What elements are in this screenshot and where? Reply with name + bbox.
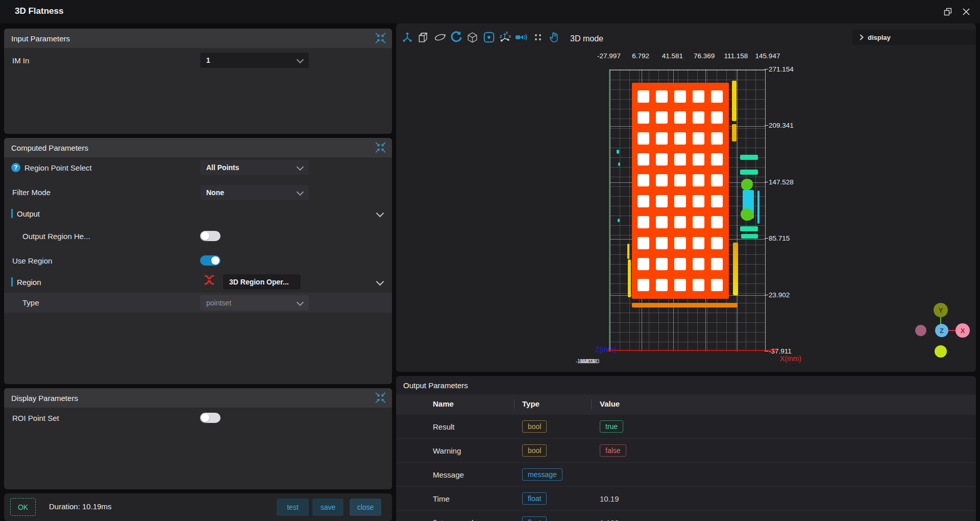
test-button[interactable]: test: [277, 499, 309, 516]
use-region-toggle[interactable]: [200, 255, 220, 266]
drag-handle-icon[interactable]: [531, 31, 545, 44]
section-title: Computed Parameters: [11, 144, 88, 152]
orbit-rotate-icon[interactable]: [433, 31, 447, 44]
chevron-down-icon[interactable]: [376, 278, 384, 286]
tray-pocket: [638, 111, 649, 124]
help-icon[interactable]: ?: [11, 163, 20, 172]
tray-pocket: [693, 132, 704, 145]
table-row: Messagemessage: [396, 463, 976, 487]
output-region-he-toggle[interactable]: [200, 231, 220, 241]
value-badge: false: [600, 444, 626, 457]
type-dropdown[interactable]: pointset: [200, 295, 309, 311]
chevron-right-icon: [857, 34, 863, 40]
region-point-select-value: All Points: [206, 163, 239, 172]
reset-view-icon[interactable]: [449, 31, 463, 44]
x-tick-label: 76.369: [694, 52, 715, 60]
tray-pocket: [693, 174, 704, 186]
param-name: Time: [433, 494, 450, 503]
x-tick-label: -27.997: [597, 52, 621, 60]
yellow-bar: [733, 243, 738, 295]
gizmo-y-ball[interactable]: Y: [934, 303, 948, 317]
axis-orientation-icon[interactable]: YXZ: [498, 31, 512, 44]
display-parameters-section: Display Parameters ↘↙↗↖ ROI Point Set: [4, 388, 392, 489]
save-button[interactable]: save: [312, 499, 344, 516]
pan-hand-icon[interactable]: [547, 31, 561, 44]
tray-pocket: [674, 237, 686, 249]
gizmo-ball[interactable]: [935, 345, 947, 358]
param-name: flatness_value: [433, 518, 482, 521]
point-speck: [617, 150, 619, 154]
display-panel-header[interactable]: display: [852, 30, 976, 45]
y-tick-label: -37.911: [765, 347, 792, 355]
region-point-select-dropdown[interactable]: All Points: [200, 160, 309, 175]
tray-pocket: [711, 90, 723, 103]
axes-3d-icon[interactable]: [400, 31, 414, 44]
region-point-select-label: Region Point Select: [24, 163, 92, 172]
tray-pocket: [711, 174, 723, 186]
table-row: Timefloat10.19: [396, 487, 976, 511]
computed-parameters-header: Computed Parameters ↘↙↗↖: [4, 138, 392, 157]
chevron-down-icon: [297, 163, 304, 171]
filter-mode-dropdown[interactable]: None: [200, 185, 309, 200]
title-bar: 3D Flatness: [0, 0, 980, 23]
bounding-box-icon[interactable]: [465, 31, 479, 44]
table-row: Warningboolfalse: [396, 439, 976, 463]
green-bar: [740, 226, 758, 231]
svg-text:X: X: [508, 35, 511, 38]
tray-pocket: [638, 132, 649, 145]
yellow-bar: [628, 259, 631, 297]
tray-pocket: [693, 279, 704, 291]
region-operation-dropdown[interactable]: 3D Region Oper...: [223, 274, 301, 290]
output-region-he-label: Output Region He...: [22, 232, 90, 241]
green-bar: [741, 234, 758, 239]
collapse-section-icon[interactable]: ↘↙↗↖: [375, 391, 387, 404]
param-value: 1.123: [600, 518, 619, 521]
tray-pocket: [674, 174, 686, 186]
gizmo-ball[interactable]: [915, 325, 926, 336]
chevron-down-icon[interactable]: [376, 209, 384, 218]
input-parameters-section: Input Parameters ↘↙↗↖ IM In 1: [4, 29, 392, 134]
status-badge: OK: [10, 498, 36, 516]
tray-pocket: [656, 90, 668, 103]
toggle-knob: [201, 414, 209, 422]
collapse-section-icon[interactable]: ↘↙↗↖: [375, 140, 387, 154]
toggle-knob: [211, 256, 219, 265]
broken-link-icon: [203, 274, 215, 288]
tray-pocket: [693, 237, 704, 249]
viewer-toolbar: YXZ: [400, 29, 561, 46]
focus-center-icon[interactable]: [482, 31, 496, 44]
x-tick-label: 6.792: [632, 52, 649, 60]
tray-pocket: [638, 174, 649, 186]
tray-pocket: [656, 195, 668, 207]
group-accent-bar: [11, 277, 13, 287]
view-cube-icon[interactable]: [416, 31, 430, 44]
chevron-down-icon: [297, 56, 304, 63]
region-operation-value: 3D Region Oper...: [229, 278, 289, 286]
column-value: Value: [600, 399, 620, 408]
output-parameters-header: Output Parameters: [396, 376, 976, 394]
x-axis-tick-labels: -27.9976.79241.58176.369111.158145.947: [609, 52, 772, 61]
restore-window-icon[interactable]: [941, 6, 954, 18]
output-parameters-section: Output Parameters Name Type Value Result…: [396, 376, 976, 521]
type-label: Type: [22, 298, 39, 307]
tray-pocket: [711, 132, 723, 145]
use-region-label: Use Region: [12, 256, 52, 265]
im-in-dropdown[interactable]: 1: [200, 53, 309, 68]
camera-projection-icon[interactable]: [514, 31, 528, 44]
gizmo-x-ball[interactable]: X: [955, 323, 970, 338]
collapse-section-icon[interactable]: ↘↙↗↖: [375, 31, 387, 44]
tray-pocket: [674, 279, 686, 291]
tray-pocket: [638, 216, 649, 228]
close-button[interactable]: close: [350, 499, 381, 516]
column-divider: [514, 399, 514, 409]
roi-point-set-label: ROI Point Set: [12, 414, 59, 422]
x-axis-line: [608, 350, 777, 351]
param-name: Warning: [433, 446, 461, 455]
svg-text:Z: Z: [500, 35, 502, 38]
roi-point-set-toggle[interactable]: [200, 413, 220, 423]
gizmo-z-ball[interactable]: Z: [935, 324, 948, 337]
chevron-down-icon: [297, 188, 304, 196]
chevron-down-icon: [297, 299, 304, 306]
tray-pocket: [711, 237, 723, 249]
close-window-icon[interactable]: [960, 6, 973, 18]
